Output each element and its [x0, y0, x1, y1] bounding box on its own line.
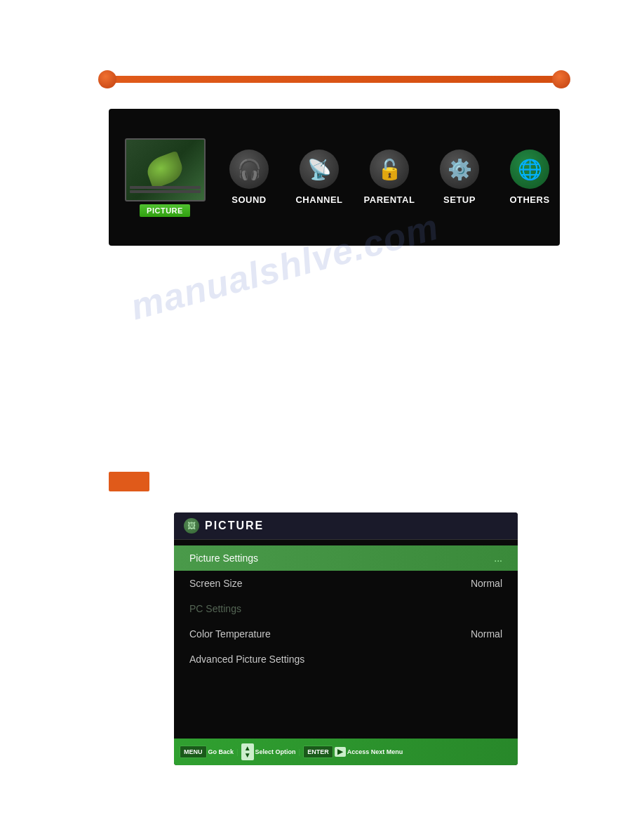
enter-button[interactable]: ENTER: [303, 746, 333, 758]
picture-preview: [125, 138, 206, 201]
picture-settings-value: ...: [494, 552, 502, 564]
picture-active-label: PICTURE: [140, 204, 190, 217]
step-label-orange: [109, 472, 149, 491]
menu-bar-screenshot: PICTURE 🎧 SOUND 📡 CHANNEL 🔓 PARENTAL ⚙️ …: [109, 109, 560, 246]
nav-right-icon[interactable]: ▶: [335, 747, 346, 757]
nav-up-down-icon[interactable]: ▲▼: [241, 743, 254, 760]
advanced-picture-settings-item[interactable]: Advanced Picture Settings: [174, 647, 518, 672]
top-decorative-bar: [109, 76, 560, 83]
go-back-text: Go Back: [208, 748, 234, 755]
menu-item-picture[interactable]: PICTURE: [116, 138, 214, 217]
sound-label: SOUND: [232, 194, 266, 205]
menu-item-parental[interactable]: 🔓 PARENTAL: [354, 150, 424, 205]
picture-bottom-bar: MENU Go Back | ▲▼ Select Option | ENTER …: [174, 739, 518, 765]
parental-icon: 🔓: [370, 150, 409, 189]
screen-size-value: Normal: [471, 578, 502, 589]
color-temperature-value: Normal: [471, 628, 502, 640]
picture-title-bar: 🖼 PICTURE: [174, 512, 518, 540]
menu-item-others[interactable]: 🌐 OTHERS: [495, 150, 565, 205]
screen-size-label: Screen Size: [189, 578, 242, 589]
picture-menu-screenshot: 🖼 PICTURE Picture Settings ... Screen Si…: [174, 512, 518, 765]
sound-icon: 🎧: [229, 150, 269, 189]
others-icon: 🌐: [510, 150, 549, 189]
screen-size-item[interactable]: Screen Size Normal: [174, 571, 518, 596]
menu-item-sound[interactable]: 🎧 SOUND: [214, 150, 284, 205]
pc-settings-item[interactable]: PC Settings: [174, 596, 518, 621]
pc-settings-label: PC Settings: [189, 603, 241, 614]
parental-label: PARENTAL: [364, 194, 415, 205]
picture-settings-item[interactable]: Picture Settings ...: [174, 545, 518, 571]
screen-bars: [130, 186, 201, 194]
picture-settings-label: Picture Settings: [189, 552, 258, 564]
leaf-graphic: [144, 150, 187, 189]
picture-menu-content: Picture Settings ... Screen Size Normal …: [174, 540, 518, 677]
menu-item-channel[interactable]: 📡 CHANNEL: [284, 150, 354, 205]
top-bar-dot-right: [552, 70, 570, 88]
menu-item-setup[interactable]: ⚙️ SETUP: [424, 150, 495, 205]
setup-label: SETUP: [443, 194, 476, 205]
others-label: OTHERS: [509, 194, 549, 205]
access-next-menu-text: Access Next Menu: [347, 748, 403, 755]
color-temperature-item[interactable]: Color Temperature Normal: [174, 621, 518, 647]
menu-button[interactable]: MENU: [180, 746, 207, 758]
top-bar-dot-left: [98, 70, 116, 88]
channel-label: CHANNEL: [295, 194, 342, 205]
picture-menu-title: PICTURE: [205, 519, 264, 532]
select-option-text: Select Option: [255, 748, 296, 755]
menu-items-row: 🎧 SOUND 📡 CHANNEL 🔓 PARENTAL ⚙️ SETUP 🌐 …: [214, 150, 565, 205]
channel-icon: 📡: [300, 150, 339, 189]
picture-menu-icon: 🖼: [184, 518, 199, 534]
color-temperature-label: Color Temperature: [189, 628, 271, 640]
setup-icon: ⚙️: [440, 150, 479, 189]
advanced-picture-settings-label: Advanced Picture Settings: [189, 654, 304, 665]
